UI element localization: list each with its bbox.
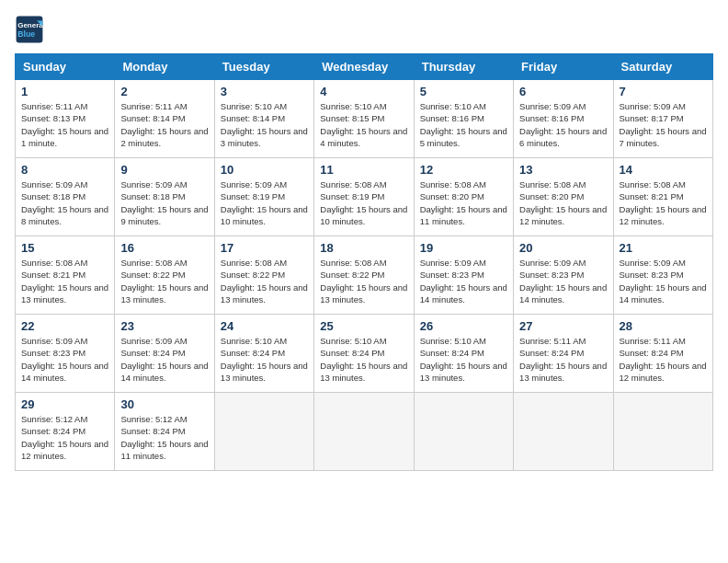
day-number: 1 xyxy=(21,85,108,98)
day-number: 12 xyxy=(420,163,507,177)
day-info: Sunrise: 5:12 AMSunset: 8:24 PMDaylight:… xyxy=(21,413,108,462)
calendar-day-cell: 29Sunrise: 5:12 AMSunset: 8:24 PMDayligh… xyxy=(16,393,115,471)
calendar-day-cell: 7Sunrise: 5:09 AMSunset: 8:17 PMDaylight… xyxy=(613,80,712,158)
day-info: Sunrise: 5:08 AMSunset: 8:22 PMDaylight:… xyxy=(120,257,208,305)
day-info: Sunrise: 5:11 AMSunset: 8:24 PMDaylight:… xyxy=(519,335,607,384)
calendar-day-cell: 17Sunrise: 5:08 AMSunset: 8:22 PMDayligh… xyxy=(214,236,313,315)
svg-text:Blue: Blue xyxy=(17,29,35,39)
calendar-day-cell: 4Sunrise: 5:10 AMSunset: 8:15 PMDaylight… xyxy=(314,80,414,158)
calendar-weekday-header: Friday xyxy=(514,54,613,80)
calendar-day-cell: 12Sunrise: 5:08 AMSunset: 8:20 PMDayligh… xyxy=(414,158,513,236)
day-number: 24 xyxy=(221,319,308,333)
day-number: 19 xyxy=(420,241,507,255)
day-info: Sunrise: 5:10 AMSunset: 8:14 PMDaylight:… xyxy=(221,100,308,149)
day-number: 17 xyxy=(221,241,308,255)
calendar-weekday-header: Saturday xyxy=(613,54,712,80)
calendar-day-cell: 16Sunrise: 5:08 AMSunset: 8:22 PMDayligh… xyxy=(115,236,214,315)
calendar-day-cell: 24Sunrise: 5:10 AMSunset: 8:24 PMDayligh… xyxy=(214,315,313,393)
day-info: Sunrise: 5:09 AMSunset: 8:18 PMDaylight:… xyxy=(120,178,208,227)
day-info: Sunrise: 5:09 AMSunset: 8:23 PMDaylight:… xyxy=(21,335,108,384)
calendar-day-cell xyxy=(414,393,513,471)
calendar-weekday-header: Thursday xyxy=(414,54,513,80)
calendar-day-cell: 3Sunrise: 5:10 AMSunset: 8:14 PMDaylight… xyxy=(214,80,313,158)
day-number: 20 xyxy=(519,241,607,255)
calendar-day-cell: 22Sunrise: 5:09 AMSunset: 8:23 PMDayligh… xyxy=(16,315,115,393)
day-info: Sunrise: 5:09 AMSunset: 8:18 PMDaylight:… xyxy=(21,178,108,227)
day-info: Sunrise: 5:09 AMSunset: 8:19 PMDaylight:… xyxy=(221,178,308,227)
day-info: Sunrise: 5:08 AMSunset: 8:20 PMDaylight:… xyxy=(519,178,607,227)
day-info: Sunrise: 5:10 AMSunset: 8:16 PMDaylight:… xyxy=(420,100,507,149)
calendar-day-cell: 19Sunrise: 5:09 AMSunset: 8:23 PMDayligh… xyxy=(414,236,513,315)
day-info: Sunrise: 5:08 AMSunset: 8:22 PMDaylight:… xyxy=(221,257,308,305)
day-number: 26 xyxy=(420,319,507,333)
calendar-header: SundayMondayTuesdayWednesdayThursdayFrid… xyxy=(16,54,713,80)
day-number: 30 xyxy=(120,397,208,411)
day-number: 22 xyxy=(21,319,108,333)
header: General Blue xyxy=(15,15,713,44)
calendar-day-cell: 6Sunrise: 5:09 AMSunset: 8:16 PMDaylight… xyxy=(514,80,613,158)
calendar-day-cell xyxy=(613,393,712,471)
day-info: Sunrise: 5:09 AMSunset: 8:23 PMDaylight:… xyxy=(620,257,707,305)
day-info: Sunrise: 5:08 AMSunset: 8:22 PMDaylight:… xyxy=(320,257,407,305)
calendar-day-cell: 9Sunrise: 5:09 AMSunset: 8:18 PMDaylight… xyxy=(115,158,214,236)
day-info: Sunrise: 5:09 AMSunset: 8:24 PMDaylight:… xyxy=(120,335,208,384)
calendar-day-cell: 1Sunrise: 5:11 AMSunset: 8:13 PMDaylight… xyxy=(16,80,115,158)
calendar-day-cell xyxy=(514,393,613,471)
day-number: 14 xyxy=(620,163,707,177)
day-number: 7 xyxy=(620,85,707,98)
day-info: Sunrise: 5:11 AMSunset: 8:14 PMDaylight:… xyxy=(120,100,208,149)
calendar-day-cell: 23Sunrise: 5:09 AMSunset: 8:24 PMDayligh… xyxy=(115,315,214,393)
day-number: 5 xyxy=(420,85,507,98)
calendar-day-cell: 21Sunrise: 5:09 AMSunset: 8:23 PMDayligh… xyxy=(613,236,712,315)
day-number: 8 xyxy=(21,163,108,177)
day-number: 4 xyxy=(320,85,407,98)
calendar-weekday-header: Tuesday xyxy=(214,54,313,80)
calendar-day-cell: 27Sunrise: 5:11 AMSunset: 8:24 PMDayligh… xyxy=(514,315,613,393)
day-info: Sunrise: 5:08 AMSunset: 8:21 PMDaylight:… xyxy=(620,178,707,227)
calendar-day-cell: 28Sunrise: 5:11 AMSunset: 8:24 PMDayligh… xyxy=(613,315,712,393)
calendar-day-cell: 18Sunrise: 5:08 AMSunset: 8:22 PMDayligh… xyxy=(314,236,414,315)
calendar-table: SundayMondayTuesdayWednesdayThursdayFrid… xyxy=(15,53,713,471)
day-info: Sunrise: 5:10 AMSunset: 8:15 PMDaylight:… xyxy=(320,100,407,149)
day-number: 10 xyxy=(221,163,308,177)
calendar-day-cell: 15Sunrise: 5:08 AMSunset: 8:21 PMDayligh… xyxy=(16,236,115,315)
calendar-day-cell: 25Sunrise: 5:10 AMSunset: 8:24 PMDayligh… xyxy=(314,315,414,393)
calendar-week-row: 8Sunrise: 5:09 AMSunset: 8:18 PMDaylight… xyxy=(16,158,713,236)
calendar-week-row: 22Sunrise: 5:09 AMSunset: 8:23 PMDayligh… xyxy=(16,315,713,393)
day-info: Sunrise: 5:08 AMSunset: 8:20 PMDaylight:… xyxy=(420,178,507,227)
day-info: Sunrise: 5:11 AMSunset: 8:24 PMDaylight:… xyxy=(620,335,707,384)
day-info: Sunrise: 5:08 AMSunset: 8:21 PMDaylight:… xyxy=(21,257,108,305)
day-number: 21 xyxy=(620,241,707,255)
day-number: 3 xyxy=(221,85,308,98)
day-info: Sunrise: 5:10 AMSunset: 8:24 PMDaylight:… xyxy=(420,335,507,384)
day-info: Sunrise: 5:11 AMSunset: 8:13 PMDaylight:… xyxy=(21,100,108,149)
calendar-day-cell: 13Sunrise: 5:08 AMSunset: 8:20 PMDayligh… xyxy=(514,158,613,236)
day-number: 28 xyxy=(620,319,707,333)
day-number: 2 xyxy=(120,85,208,98)
calendar-week-row: 29Sunrise: 5:12 AMSunset: 8:24 PMDayligh… xyxy=(16,393,713,471)
day-info: Sunrise: 5:10 AMSunset: 8:24 PMDaylight:… xyxy=(221,335,308,384)
day-number: 23 xyxy=(120,319,208,333)
calendar-day-cell: 26Sunrise: 5:10 AMSunset: 8:24 PMDayligh… xyxy=(414,315,513,393)
day-number: 9 xyxy=(120,163,208,177)
calendar-day-cell: 2Sunrise: 5:11 AMSunset: 8:14 PMDaylight… xyxy=(115,80,214,158)
day-number: 18 xyxy=(320,241,407,255)
day-info: Sunrise: 5:08 AMSunset: 8:19 PMDaylight:… xyxy=(320,178,407,227)
calendar-day-cell: 30Sunrise: 5:12 AMSunset: 8:24 PMDayligh… xyxy=(115,393,214,471)
logo-icon: General Blue xyxy=(15,15,44,44)
day-number: 29 xyxy=(21,397,108,411)
calendar-day-cell: 5Sunrise: 5:10 AMSunset: 8:16 PMDaylight… xyxy=(414,80,513,158)
calendar-day-cell: 11Sunrise: 5:08 AMSunset: 8:19 PMDayligh… xyxy=(314,158,414,236)
day-number: 13 xyxy=(519,163,607,177)
day-info: Sunrise: 5:12 AMSunset: 8:24 PMDaylight:… xyxy=(120,413,208,462)
calendar-weekday-header: Sunday xyxy=(16,54,115,80)
day-info: Sunrise: 5:09 AMSunset: 8:17 PMDaylight:… xyxy=(620,100,707,149)
day-number: 11 xyxy=(320,163,407,177)
day-number: 27 xyxy=(519,319,607,333)
calendar-weekday-header: Monday xyxy=(115,54,214,80)
calendar-day-cell xyxy=(214,393,313,471)
logo: General Blue xyxy=(15,15,48,44)
day-info: Sunrise: 5:09 AMSunset: 8:16 PMDaylight:… xyxy=(519,100,607,149)
calendar-day-cell: 10Sunrise: 5:09 AMSunset: 8:19 PMDayligh… xyxy=(214,158,313,236)
calendar-day-cell xyxy=(314,393,414,471)
